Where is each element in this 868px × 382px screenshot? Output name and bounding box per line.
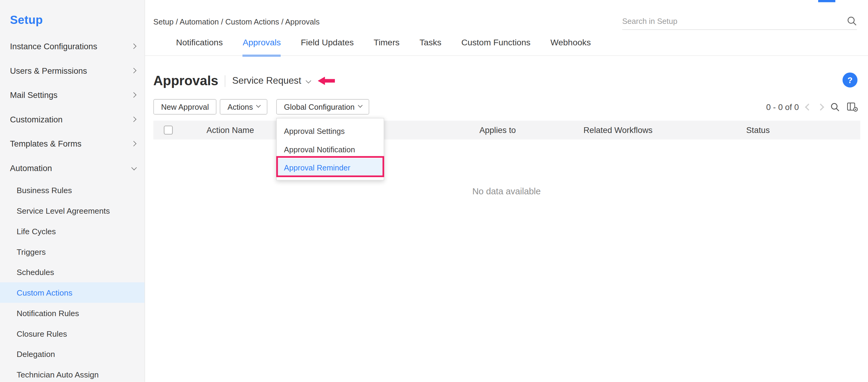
breadcrumb: Setup / Automation / Custom Actions / Ap… <box>153 17 319 26</box>
sidebar-title: Setup <box>0 0 145 34</box>
global-configuration-menu: Approval Settings Approval Notification … <box>276 118 384 181</box>
next-page-button[interactable] <box>818 104 823 109</box>
actions-button[interactable]: Actions <box>220 99 268 115</box>
sidebar-item-label: Mail Settings <box>10 90 57 99</box>
chevron-down-icon <box>306 78 311 83</box>
sidebar-item-instance-configurations[interactable]: Instance Configurations <box>0 34 145 58</box>
tab-timers[interactable]: Timers <box>374 38 400 57</box>
search-icon[interactable] <box>847 16 857 26</box>
sidebar-subitem-technician-auto-assign[interactable]: Technician Auto Assign <box>0 364 145 382</box>
sidebar-item-label: Templates & Forms <box>10 139 82 148</box>
column-related-workflows[interactable]: Related Workflows <box>584 125 653 134</box>
tab-tasks[interactable]: Tasks <box>420 38 441 57</box>
global-configuration-button[interactable]: Global Configuration <box>276 99 369 115</box>
sidebar-subitem-notification-rules[interactable]: Notification Rules <box>0 303 145 323</box>
new-approval-button[interactable]: New Approval <box>153 99 217 115</box>
sidebar-subitem-life-cycles[interactable]: Life Cycles <box>0 221 145 242</box>
sidebar-item-label: Customization <box>10 114 63 124</box>
tab-notifications[interactable]: Notifications <box>176 38 223 57</box>
sidebar-item-mail-settings[interactable]: Mail Settings <box>0 83 145 107</box>
tab-webhooks[interactable]: Webhooks <box>550 38 591 57</box>
pagination-bar: 0 - 0 of 0 <box>766 100 858 114</box>
menu-item-approval-notification[interactable]: Approval Notification <box>277 140 383 158</box>
help-button[interactable]: ? <box>843 72 858 87</box>
global-configuration-label: Global Configuration <box>284 102 355 111</box>
sidebar-subitem-service-level-agreements[interactable]: Service Level Agreements <box>0 200 145 221</box>
table-header: Action Name Applies to Related Workflows… <box>153 121 860 139</box>
chevron-right-icon <box>131 68 136 73</box>
setup-search <box>622 12 857 30</box>
column-settings-icon[interactable] <box>847 102 858 112</box>
chevron-down-icon <box>358 103 362 107</box>
page-title: Approvals <box>153 73 218 89</box>
tab-custom-functions[interactable]: Custom Functions <box>461 38 530 57</box>
sidebar-subitem-triggers[interactable]: Triggers <box>0 242 145 262</box>
setup-screen: Setup Instance Configurations Users & Pe… <box>0 0 868 382</box>
setup-sidebar: Setup Instance Configurations Users & Pe… <box>0 0 145 382</box>
empty-state-text: No data available <box>145 187 868 196</box>
sidebar-subitem-custom-actions[interactable]: Custom Actions <box>0 282 145 303</box>
sidebar-subitem-schedules[interactable]: Schedules <box>0 262 145 282</box>
sidebar-item-automation[interactable]: Automation <box>0 156 145 180</box>
chevron-down-icon <box>256 103 260 107</box>
annotation-arrow-icon <box>318 76 335 85</box>
tabs-divider <box>145 55 868 56</box>
column-action-name[interactable]: Action Name <box>207 125 254 134</box>
sidebar-item-templates-forms[interactable]: Templates & Forms <box>0 131 145 156</box>
title-divider <box>225 75 225 87</box>
scope-label: Service Request <box>232 75 301 87</box>
scope-selector[interactable]: Service Request <box>232 75 310 87</box>
sidebar-item-users-permissions[interactable]: Users & Permissions <box>0 58 145 83</box>
select-all-checkbox[interactable] <box>164 126 173 134</box>
sidebar-item-label: Automation <box>10 163 52 172</box>
pagination-count: 0 - 0 of 0 <box>766 102 799 112</box>
sidebar-subitem-business-rules[interactable]: Business Rules <box>0 180 145 200</box>
loading-indicator <box>818 0 835 2</box>
menu-item-approval-settings[interactable]: Approval Settings <box>277 122 383 140</box>
chevron-down-icon <box>131 165 137 170</box>
actions-button-label: Actions <box>227 102 253 111</box>
automation-submenu: Business Rules Service Level Agreements … <box>0 180 145 382</box>
prev-page-button[interactable] <box>806 104 811 109</box>
sidebar-item-label: Users & Permissions <box>10 66 87 75</box>
menu-item-approval-reminder[interactable]: Approval Reminder <box>277 158 383 177</box>
tab-field-updates[interactable]: Field Updates <box>301 38 353 57</box>
sidebar-subitem-delegation[interactable]: Delegation <box>0 344 145 364</box>
chevron-right-icon <box>131 116 136 122</box>
sidebar-item-label: Instance Configurations <box>10 41 97 51</box>
page-header: Approvals Service Request <box>153 72 335 90</box>
chevron-right-icon <box>131 140 136 146</box>
sidebar-subitem-closure-rules[interactable]: Closure Rules <box>0 323 145 344</box>
sidebar-nav: Instance Configurations Users & Permissi… <box>0 34 145 382</box>
sidebar-item-customization[interactable]: Customization <box>0 107 145 131</box>
column-applies-to[interactable]: Applies to <box>479 125 516 134</box>
tab-approvals[interactable]: Approvals <box>243 38 281 57</box>
chevron-right-icon <box>131 43 136 49</box>
chevron-right-icon <box>131 92 136 97</box>
module-tabs: Notifications Approvals Field Updates Ti… <box>176 38 591 57</box>
column-status[interactable]: Status <box>746 125 770 134</box>
table-search-icon[interactable] <box>831 102 840 112</box>
search-input[interactable] <box>622 16 847 25</box>
